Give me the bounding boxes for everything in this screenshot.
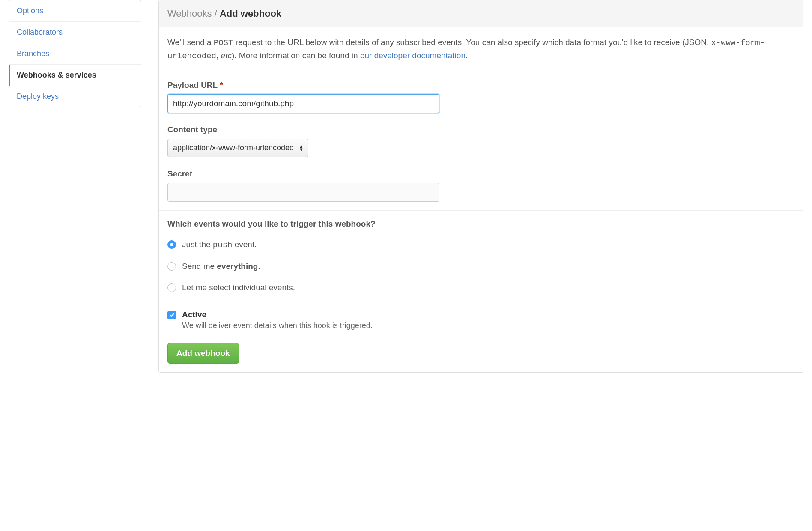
code-post: POST — [214, 38, 233, 48]
payload-url-input[interactable] — [167, 94, 439, 113]
secret-label: Secret — [167, 169, 794, 179]
intro-text: We'll send a POST request to the URL bel… — [167, 36, 794, 63]
form-section-main: Payload URL * Content type application/x… — [159, 72, 803, 211]
secret-input[interactable] — [167, 183, 439, 202]
breadcrumb: Webhooks / Add webhook — [159, 0, 803, 27]
radio-individual-events[interactable]: Let me select individual events. — [167, 283, 794, 292]
radio-everything[interactable]: Send me everything. — [167, 262, 794, 271]
active-description: We will deliver event details when this … — [182, 321, 373, 330]
checkbox-checked-icon — [167, 311, 176, 319]
payload-url-label: Payload URL * — [167, 81, 794, 90]
sidebar-item-deploy-keys[interactable]: Deploy keys — [9, 86, 141, 107]
content-type-value: application/x-www-form-urlencoded — [173, 143, 294, 152]
radio-icon — [167, 283, 176, 292]
add-webhook-button[interactable]: Add webhook — [167, 343, 239, 364]
radio-push-event[interactable]: Just the push event. — [167, 240, 794, 250]
content-type-label: Content type — [167, 125, 794, 134]
breadcrumb-parent: Webhooks / — [167, 8, 220, 19]
content-type-select[interactable]: application/x-www-form-urlencoded ▴▾ — [167, 139, 308, 157]
active-checkbox-row[interactable]: Active We will deliver event details whe… — [167, 310, 794, 330]
active-section: Active We will deliver event details whe… — [159, 301, 803, 372]
events-title: Which events would you like to trigger t… — [167, 219, 794, 229]
intro-section: We'll send a POST request to the URL bel… — [159, 27, 803, 72]
sidebar-item-collaborators[interactable]: Collaborators — [9, 22, 141, 43]
settings-sidebar: Options Collaborators Branches Webhooks … — [9, 0, 141, 373]
content-type-group: Content type application/x-www-form-urle… — [167, 125, 794, 157]
events-section: Which events would you like to trigger t… — [159, 211, 803, 301]
radio-icon — [167, 262, 176, 271]
developer-docs-link[interactable]: our developer documentation — [360, 51, 466, 60]
sidebar-item-branches[interactable]: Branches — [9, 43, 141, 65]
radio-icon — [167, 240, 176, 249]
active-label: Active — [182, 310, 373, 319]
payload-url-group: Payload URL * — [167, 81, 794, 113]
sidebar-item-webhooks-services[interactable]: Webhooks & services — [9, 65, 141, 86]
required-asterisk: * — [220, 81, 223, 89]
sidebar-item-options[interactable]: Options — [9, 0, 141, 22]
main-panel: Webhooks / Add webhook We'll send a POST… — [158, 0, 803, 373]
secret-group: Secret — [167, 169, 794, 202]
select-caret-icon: ▴▾ — [300, 145, 303, 152]
sidebar-nav: Options Collaborators Branches Webhooks … — [9, 0, 141, 107]
breadcrumb-current: Add webhook — [220, 8, 281, 19]
